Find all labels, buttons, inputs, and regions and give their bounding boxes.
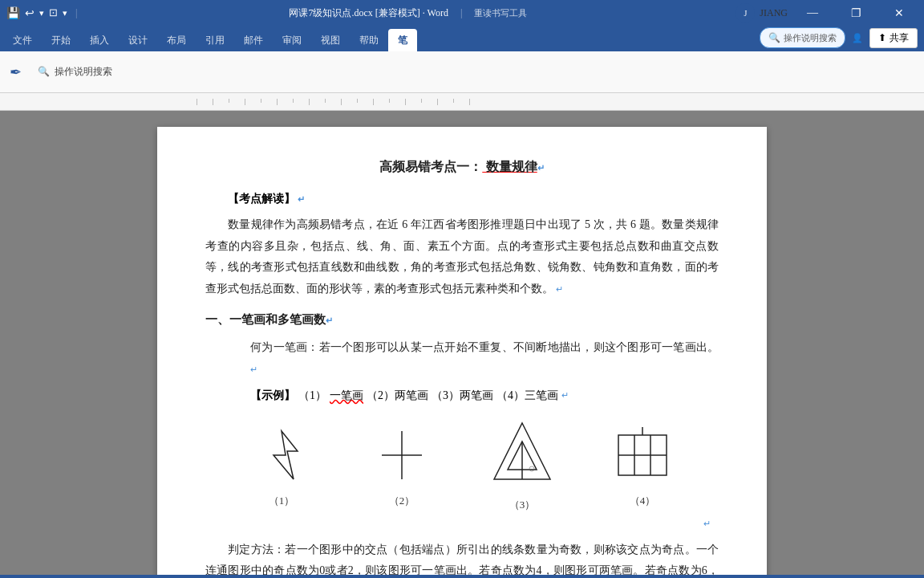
title-bar: 💾 ↩ ▾ ⊡ ▾ | 网课7级知识点.docx [兼容模式] · Word |… [0, 0, 924, 26]
example-line: 【示例】 （1） 一笔画 （2）两笔画 （3）两笔画 （4）三笔画 ↵ [205, 389, 719, 403]
ribbon: 文件 开始 插入 设计 布局 引用 邮件 审阅 视图 帮助 笔 🔍 操作说明搜索… [0, 26, 924, 93]
para-mark-2: ↵ [553, 284, 563, 294]
title-paragraph-mark: ↵ [537, 163, 545, 173]
example-2: （2）两笔画 [367, 389, 428, 403]
tab-pen[interactable]: 笔 [388, 29, 417, 51]
figure-1-svg [249, 423, 314, 487]
para-mark-6: ↵ [703, 519, 711, 528]
ribbon-tabs: 文件 开始 插入 设计 布局 引用 邮件 审阅 视图 帮助 笔 🔍 操作说明搜索… [0, 26, 924, 51]
figure-3-label: （3） [509, 498, 536, 512]
para-mark-3: ↵ [326, 315, 333, 325]
search-icon: 🔍 [768, 32, 780, 44]
user-area[interactable]: J JIANG [736, 3, 788, 22]
example-bracket: 【示例】 [250, 389, 295, 403]
figure-3-svg [490, 419, 554, 491]
figure-4: （4） [610, 423, 675, 508]
ruler-marks [181, 99, 470, 105]
print-icon[interactable]: ⊡ [49, 6, 58, 19]
qa-more-icon[interactable]: ▾ [63, 8, 67, 18]
title-text-1: 高频易错考点一： [379, 160, 482, 173]
separator3: | [460, 7, 462, 18]
title-bar-left: 💾 ↩ ▾ ⊡ ▾ | [6, 6, 80, 20]
figure-4-label: （4） [630, 494, 656, 508]
tab-view[interactable]: 视图 [311, 29, 350, 51]
search-label: 操作说明搜索 [784, 32, 837, 44]
pen-search-icon: 🔍 [38, 66, 50, 78]
undo-icon[interactable]: ↩ [25, 6, 34, 20]
title-bar-center: 网课7级知识点.docx [兼容模式] · Word | 重读书写工具 [80, 6, 736, 20]
para-mark-4: ↵ [250, 364, 257, 374]
figure-3: （3） [490, 419, 554, 512]
redo-dropdown-icon[interactable]: ▾ [39, 8, 44, 18]
share-button[interactable]: ⬆ 共享 [869, 28, 918, 48]
tab-insert[interactable]: 插入 [80, 29, 119, 51]
figure-1: （1） [249, 423, 314, 508]
example-1-text: 一笔画 [330, 389, 363, 403]
figure-1-label: （1） [269, 494, 295, 508]
example-1: （1） [298, 389, 326, 403]
tab-layout[interactable]: 布局 [157, 29, 196, 51]
section-heading: 一、一笔画和多笔画数↵ [205, 312, 719, 328]
kaodian-heading: 【考点解读】 ↵ [228, 192, 719, 206]
figure-2: （2） [370, 423, 434, 508]
save-icon[interactable]: 💾 [6, 6, 20, 20]
figure-2-label: （2） [389, 494, 415, 508]
figures-row: （1） （2） [205, 419, 719, 512]
app-name: Word [428, 7, 448, 18]
tab-home[interactable]: 开始 [42, 29, 80, 51]
status-bar: 第 2 页，共 50 页 28202 个字 ⊡ 中文(中国) ⊡ ▤ ⊞ ◁ ▷… [0, 575, 924, 578]
kaodian-section: 【考点解读】 ↵ [205, 192, 719, 206]
tab-references[interactable]: 引用 [196, 29, 234, 51]
doc-title: 网课7级知识点.docx [兼容模式] [289, 7, 419, 18]
rule-paragraph: 判定方法：若一个图形中的交点（包括端点）所引出的线条数量为奇数，则称该交点为奇点… [205, 539, 719, 575]
ruler [0, 93, 924, 111]
tab-review[interactable]: 审阅 [273, 29, 311, 51]
share-icon: ⬆ [878, 32, 886, 44]
tab-help[interactable]: 帮助 [350, 29, 388, 51]
example-3: （3）两笔画 [432, 389, 493, 403]
doc-page: 高频易错考点一： 数量规律↵ 【考点解读】 ↵ 数量规律作为高频易错考点，在近 … [157, 127, 767, 575]
avatar: J [736, 3, 755, 22]
body-para-1: 数量规律作为高频易错考点，在近 6 年江西省考图形推理题日中出现了 5 次，共 … [205, 214, 719, 299]
doc-title: 高频易错考点一： 数量规律↵ [205, 159, 719, 176]
mode-label: 重读书写工具 [474, 8, 527, 18]
ribbon-search[interactable]: 🔍 操作说明搜索 [760, 27, 845, 48]
example-4: （4）三笔画 [496, 389, 558, 403]
figure-2-svg [370, 423, 434, 487]
title-text-2: 数量规律 [482, 160, 537, 173]
para-mark-1: ↵ [295, 194, 305, 204]
tab-design[interactable]: 设计 [119, 29, 157, 51]
user-name: JIANG [760, 7, 788, 19]
tab-mailings[interactable]: 邮件 [234, 29, 273, 51]
title-bar-right: J JIANG — ❐ ✕ [736, 0, 918, 26]
user-icon: 👤 [852, 33, 863, 43]
pen-icon[interactable]: ✒ [10, 63, 22, 81]
pen-toolbar: ✒ 🔍 操作说明搜索 [0, 51, 924, 93]
svg-point-6 [529, 466, 534, 471]
para-mark-5: ↵ [561, 390, 569, 401]
pen-search[interactable]: 🔍 操作说明搜索 [38, 65, 112, 79]
separator: | [75, 7, 77, 19]
restore-button[interactable]: ❐ [837, 0, 874, 26]
definition: 何为一笔画：若一个图形可以从某一点开始不重复、不间断地描出，则这个图形可一笔画出… [205, 337, 719, 380]
figure-4-svg [610, 423, 675, 487]
svg-marker-0 [274, 431, 298, 479]
close-button[interactable]: ✕ [881, 0, 918, 26]
minimize-button[interactable]: — [794, 0, 831, 26]
tab-file[interactable]: 文件 [3, 29, 42, 51]
doc-container[interactable]: 高频易错考点一： 数量规律↵ 【考点解读】 ↵ 数量规律作为高频易错考点，在近 … [0, 111, 924, 575]
